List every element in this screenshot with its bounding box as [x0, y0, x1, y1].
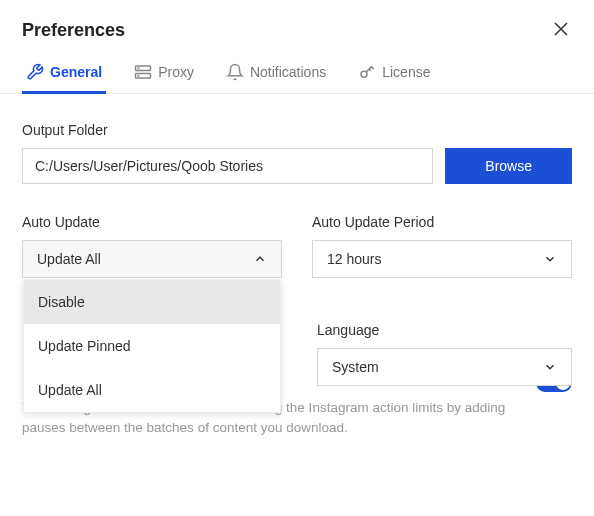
svg-point-4: [361, 71, 367, 77]
dropdown-item-update-all[interactable]: Update All: [24, 368, 280, 412]
key-icon: [358, 63, 376, 81]
auto-update-select[interactable]: Update All Disable Update Pinned Update …: [22, 240, 282, 278]
svg-point-3: [138, 75, 139, 76]
dropdown-item-update-pinned[interactable]: Update Pinned: [24, 324, 280, 368]
chevron-down-icon: [543, 360, 557, 374]
output-folder-label: Output Folder: [22, 122, 572, 138]
bell-icon: [226, 63, 244, 81]
tab-license[interactable]: License: [354, 53, 434, 94]
language-value: System: [332, 359, 379, 375]
tab-label: License: [382, 64, 430, 80]
browse-button[interactable]: Browse: [445, 148, 572, 184]
language-select[interactable]: System: [317, 348, 572, 386]
tab-proxy[interactable]: Proxy: [130, 53, 198, 94]
tab-label: Proxy: [158, 64, 194, 80]
auto-update-value: Update All: [37, 251, 101, 267]
chevron-up-icon: [253, 252, 267, 266]
tab-general[interactable]: General: [22, 53, 106, 94]
tabs: General Proxy Notifications License: [0, 53, 594, 94]
auto-update-period-label: Auto Update Period: [312, 214, 572, 230]
output-folder-input[interactable]: [22, 148, 433, 184]
wrench-icon: [26, 63, 44, 81]
page-title: Preferences: [22, 20, 125, 41]
dropdown-item-disable[interactable]: Disable: [24, 280, 280, 324]
auto-update-period-value: 12 hours: [327, 251, 381, 267]
tab-label: General: [50, 64, 102, 80]
svg-point-2: [138, 68, 139, 69]
auto-update-dropdown: Disable Update Pinned Update All: [23, 279, 281, 413]
server-icon: [134, 63, 152, 81]
close-button[interactable]: [550, 18, 572, 43]
language-label: Language: [317, 322, 572, 338]
close-icon: [554, 22, 568, 36]
chevron-down-icon: [543, 252, 557, 266]
tab-notifications[interactable]: Notifications: [222, 53, 330, 94]
auto-update-label: Auto Update: [22, 214, 282, 230]
auto-update-period-select[interactable]: 12 hours: [312, 240, 572, 278]
tab-label: Notifications: [250, 64, 326, 80]
